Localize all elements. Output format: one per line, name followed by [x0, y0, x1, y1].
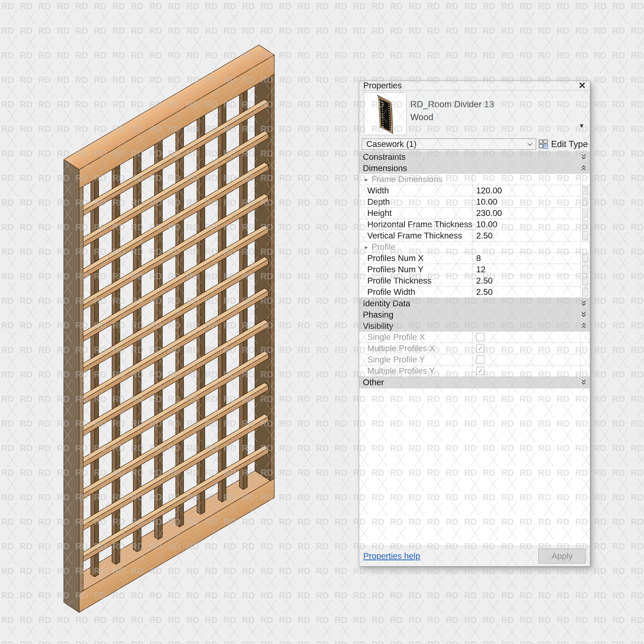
expand-arrow-icon[interactable]: ▸: [365, 244, 368, 251]
panel-footer: Properties help Apply: [359, 546, 590, 566]
checkbox-multiple-profiles-y[interactable]: ✓: [476, 367, 485, 375]
properties-panel: Properties ✕ RD_Room Divider 13 Wood ▼ C…: [359, 81, 590, 567]
edit-type-icon: [539, 139, 548, 149]
property-row-profiles-num-y: Profiles Num Y 12: [359, 264, 590, 275]
section-header-identity-data[interactable]: Identity Data: [359, 298, 590, 309]
element-selector-row: Casework (1) Edit Type: [359, 138, 590, 151]
checkbox-multiple-profiles-x[interactable]: ✓: [476, 344, 485, 353]
property-label: Profiles Num X: [359, 253, 473, 264]
edit-type-button[interactable]: Edit Type: [539, 138, 588, 150]
chevron-double-up-icon[interactable]: [581, 165, 586, 171]
properties-table: Constraints Dimensions ▸Frame Dimensions…: [359, 151, 590, 388]
property-label: Multiple Profiles X: [359, 343, 473, 354]
edit-type-label: Edit Type: [551, 139, 588, 149]
type-thumbnail-image: [364, 93, 406, 135]
property-group-profile[interactable]: ▸Profile: [359, 241, 590, 253]
property-row-single-profile-y: Single Profile Y ✓: [359, 354, 590, 365]
property-row-height: Height 230.00: [359, 208, 590, 219]
property-label: Single Profile Y: [359, 354, 473, 365]
group-label: Frame Dimensions: [372, 174, 442, 184]
section-title: Constraints: [363, 152, 406, 162]
property-row-multiple-profiles-y: Multiple Profiles Y ✓: [359, 365, 590, 377]
value-row-button[interactable]: [582, 254, 588, 263]
section-title: Identity Data: [363, 299, 410, 308]
section-header-other[interactable]: Other: [359, 377, 590, 388]
property-row-profile-width: Profile Width 2.50: [359, 287, 590, 298]
value-row-button[interactable]: [582, 186, 588, 195]
check-icon: ✓: [478, 367, 483, 374]
check-icon: ✓: [478, 345, 483, 352]
type-name: Wood: [410, 111, 494, 124]
value-row-button[interactable]: [582, 265, 588, 274]
property-value[interactable]: 10.00: [473, 196, 580, 207]
section-title: Visibility: [363, 321, 393, 331]
section-title: Dimensions: [363, 163, 407, 173]
property-value[interactable]: 120.00: [473, 185, 580, 196]
section-header-phasing[interactable]: Phasing: [359, 309, 590, 320]
type-preview-row: RD_Room Divider 13 Wood ▼: [359, 91, 590, 138]
property-value[interactable]: 2.50: [473, 287, 580, 297]
chevron-double-up-icon[interactable]: [581, 323, 586, 329]
element-filter-combobox[interactable]: Casework (1): [362, 138, 536, 150]
property-value[interactable]: 2.50: [473, 230, 580, 241]
property-label: Profile Thickness: [359, 275, 473, 286]
value-row-button[interactable]: [582, 197, 588, 206]
section-header-dimensions[interactable]: Dimensions: [359, 163, 590, 174]
property-row-profiles-num-x: Profiles Num X 8: [359, 253, 590, 264]
frame-left-side-face: [64, 160, 79, 612]
property-row-horizontal-frame-thickness: Horizontal Frame Thickness 10.00: [359, 219, 590, 230]
property-label: Height: [359, 208, 473, 219]
panel-title: Properties: [363, 81, 402, 90]
expand-arrow-icon[interactable]: ▸: [365, 176, 368, 183]
property-row-multiple-profiles-x: Multiple Profiles X ✓: [359, 343, 590, 354]
property-row-single-profile-x: Single Profile X ✓: [359, 332, 590, 343]
property-label: Single Profile X: [359, 332, 473, 343]
checkbox-single-profile-y[interactable]: ✓: [476, 355, 485, 364]
property-label: Horizontal Frame Thickness: [359, 219, 473, 230]
property-label: Profiles Num Y: [359, 264, 473, 275]
property-label: Multiple Profiles Y: [359, 365, 473, 376]
section-header-visibility[interactable]: Visibility: [359, 320, 590, 332]
property-value[interactable]: 12: [473, 264, 580, 275]
property-value[interactable]: 8: [473, 253, 580, 264]
group-label: Profile: [372, 242, 395, 252]
property-value[interactable]: 10.00: [473, 219, 580, 230]
property-row-width: Width 120.00: [359, 185, 590, 196]
chevron-double-down-icon[interactable]: [581, 379, 586, 385]
close-icon[interactable]: ✕: [578, 81, 586, 90]
family-name: RD_Room Divider 13: [410, 98, 494, 111]
type-preview-thumbnail[interactable]: [364, 92, 407, 135]
section-title: Other: [363, 378, 384, 387]
value-row-button[interactable]: [582, 209, 588, 218]
chevron-double-down-icon[interactable]: [581, 312, 586, 318]
properties-help-link[interactable]: Properties help: [363, 551, 420, 561]
chevron-double-down-icon[interactable]: [581, 154, 586, 160]
value-row-button[interactable]: [582, 231, 588, 240]
table-empty-area: [359, 388, 590, 546]
property-value[interactable]: 230.00: [473, 208, 580, 219]
section-header-constraints[interactable]: Constraints: [359, 151, 590, 163]
property-row-depth: Depth 10.00: [359, 196, 590, 208]
property-label: Vertical Frame Thickness: [359, 230, 473, 241]
type-name-block: RD_Room Divider 13 Wood: [410, 98, 494, 124]
apply-button[interactable]: Apply: [538, 549, 586, 563]
value-row-button[interactable]: [582, 288, 588, 296]
panel-titlebar: Properties ✕: [359, 81, 590, 91]
chevron-double-down-icon[interactable]: [581, 300, 586, 307]
property-label: Profile Width: [359, 287, 473, 297]
property-value[interactable]: 2.50: [473, 275, 580, 286]
section-title: Phasing: [363, 310, 393, 320]
type-dropdown-icon[interactable]: ▼: [579, 122, 585, 129]
property-label: Width: [359, 185, 473, 196]
property-row-profile-thickness: Profile Thickness 2.50: [359, 275, 590, 287]
value-row-button[interactable]: [582, 220, 588, 229]
value-row-button[interactable]: [582, 276, 588, 285]
checkbox-single-profile-x[interactable]: ✓: [476, 333, 485, 341]
chevron-down-icon: [527, 143, 533, 146]
property-group-frame-dimensions[interactable]: ▸Frame Dimensions: [359, 174, 590, 185]
property-row-vertical-frame-thickness: Vertical Frame Thickness 2.50: [359, 230, 590, 241]
property-label: Depth: [359, 196, 473, 207]
element-filter-value: Casework (1): [366, 139, 417, 149]
